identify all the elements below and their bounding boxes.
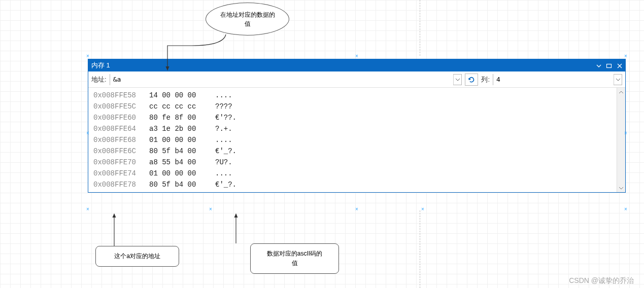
memory-address: 0x008FFE78 xyxy=(93,179,149,190)
memory-ascii: .... xyxy=(215,90,232,101)
annotation-text: 在地址对应的数据的 值 xyxy=(220,10,275,28)
memory-body: 0x008FFE5814 00 00 00....0x008FFE5Ccc cc… xyxy=(88,88,625,192)
chevron-down-icon[interactable] xyxy=(453,75,461,85)
memory-row: 0x008FFE5Ccc cc cc cc???? xyxy=(88,101,625,112)
close-icon[interactable] xyxy=(617,63,622,68)
memory-address: 0x008FFE58 xyxy=(93,90,149,101)
address-label: 地址: xyxy=(91,75,107,84)
scroll-up-icon[interactable] xyxy=(617,88,625,96)
memory-address: 0x008FFE70 xyxy=(93,157,149,168)
memory-address: 0x008FFE68 xyxy=(93,134,149,146)
memory-row: 0x008FFE6C80 5f b4 00€'_?. xyxy=(88,146,625,157)
menu-down-icon[interactable] xyxy=(596,63,601,68)
address-input[interactable] xyxy=(110,74,454,85)
maximize-icon[interactable] xyxy=(606,63,612,68)
vertical-divider xyxy=(420,0,420,56)
memory-hex: 01 00 00 00 xyxy=(149,168,215,179)
svg-rect-0 xyxy=(607,64,612,68)
memory-hex: cc cc cc cc xyxy=(149,101,215,112)
memory-address: 0x008FFE60 xyxy=(93,112,149,123)
memory-row: 0x008FFE7880 5f b4 00€'_?. xyxy=(88,179,625,190)
memory-address: 0x008FFE6C xyxy=(93,146,149,157)
scroll-down-icon[interactable] xyxy=(617,184,625,192)
memory-ascii: ?U?. xyxy=(215,157,232,168)
vertical-divider xyxy=(420,210,420,288)
watermark: CSDN @诚挚的乔治 xyxy=(569,276,634,285)
memory-ascii: .... xyxy=(215,168,232,179)
titlebar: 内存 1 xyxy=(88,59,625,71)
address-combo[interactable] xyxy=(110,74,462,85)
memory-ascii: €'??. xyxy=(215,112,236,123)
memory-row: 0x008FFE5814 00 00 00.... xyxy=(88,90,625,101)
memory-address: 0x008FFE64 xyxy=(93,123,149,134)
memory-hex: a3 1e 2b 00 xyxy=(149,123,215,134)
memory-ascii: ???? xyxy=(215,101,232,112)
memory-hex: 14 00 00 00 xyxy=(149,90,215,101)
annotation-top-ellipse: 在地址对应的数据的 值 xyxy=(206,3,289,35)
annotation-text: 数据对应的ascII码的 值 xyxy=(267,250,322,267)
memory-row: 0x008FFE70a8 55 b4 00?U?. xyxy=(88,157,625,168)
memory-address: 0x008FFE74 xyxy=(93,168,149,179)
memory-hex: 01 00 00 00 xyxy=(149,134,215,146)
memory-ascii: €'_?. xyxy=(215,179,236,190)
memory-row: 0x008FFE6080 fe 8f 00€'??. xyxy=(88,112,625,123)
memory-ascii: €'_?. xyxy=(215,146,236,157)
memory-row: 0x008FFE7401 00 00 00.... xyxy=(88,168,625,179)
memory-hex: a8 55 b4 00 xyxy=(149,157,215,168)
refresh-icon xyxy=(467,76,476,84)
memory-row: 0x008FFE64a3 1e 2b 00?.+. xyxy=(88,123,625,134)
memory-window: 内存 1 地址: 列: 0x008FFE5814 00 00 00....0x0… xyxy=(88,59,626,193)
annotation-text: 这个a对应的地址 xyxy=(114,253,160,260)
memory-hex: 80 5f b4 00 xyxy=(149,179,215,190)
annotation-left-box: 这个a对应的地址 xyxy=(95,246,179,267)
memory-hex: 80 fe 8f 00 xyxy=(149,112,215,123)
annotation-right-box: 数据对应的ascII码的 值 xyxy=(250,243,339,274)
columns-input[interactable] xyxy=(493,74,614,85)
memory-ascii: ?.+. xyxy=(215,123,232,134)
memory-address: 0x008FFE5C xyxy=(93,101,149,112)
chevron-down-icon[interactable] xyxy=(614,75,622,85)
memory-hex: 80 5f b4 00 xyxy=(149,146,215,157)
memory-ascii: .... xyxy=(215,134,232,146)
columns-label: 列: xyxy=(481,75,490,84)
window-title: 内存 1 xyxy=(91,61,110,70)
toolbar: 地址: 列: xyxy=(88,71,625,88)
refresh-button[interactable] xyxy=(465,74,478,86)
window-controls xyxy=(593,62,622,69)
scrollbar[interactable] xyxy=(617,88,625,192)
columns-combo[interactable] xyxy=(493,74,622,85)
memory-row: 0x008FFE6801 00 00 00.... xyxy=(88,134,625,146)
